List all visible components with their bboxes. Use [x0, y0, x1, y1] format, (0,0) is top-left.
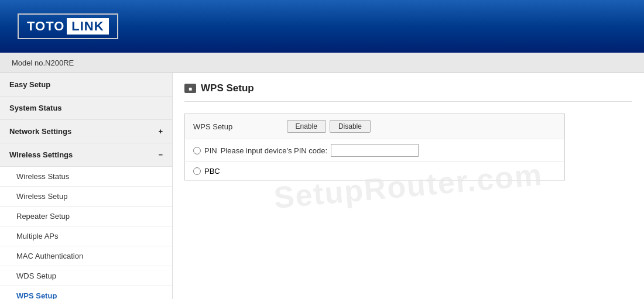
- sidebar-item-label: Network Settings: [9, 127, 71, 136]
- disable-button[interactable]: Disable: [330, 120, 371, 133]
- sidebar-item-mac-authentication[interactable]: MAC Authentication: [0, 246, 172, 266]
- pin-row: PIN Please input device's PIN code:: [185, 139, 565, 162]
- sidebar-item-network-settings[interactable]: Network Settings +: [0, 120, 172, 143]
- main-layout: Easy Setup System Status Network Setting…: [0, 73, 644, 299]
- wps-main-row: WPS Setup Enable Disable: [185, 114, 565, 139]
- model-label: Model no.N200RE: [12, 59, 74, 67]
- sidebar-item-label: WDS Setup: [16, 271, 56, 280]
- sidebar-item-wps-setup[interactable]: WPS Setup: [0, 286, 172, 299]
- sidebar-item-easy-setup[interactable]: Easy Setup: [0, 73, 172, 97]
- sidebar: Easy Setup System Status Network Setting…: [0, 73, 173, 299]
- sidebar-item-wireless-setup[interactable]: Wireless Setup: [0, 187, 172, 207]
- sidebar-item-label: Multiple APs: [16, 232, 59, 240]
- wps-buttons-cell: Enable Disable: [279, 114, 565, 139]
- header: TOTO LINK: [0, 0, 644, 53]
- pin-placeholder-label: Please input device's PIN code:: [221, 146, 327, 155]
- sidebar-item-label: System Status: [9, 104, 62, 112]
- logo-link: LINK: [67, 18, 108, 35]
- pin-radio-row: PIN Please input device's PIN code:: [185, 139, 564, 161]
- sidebar-item-label: WPS Setup: [16, 291, 57, 299]
- sidebar-item-wds-setup[interactable]: WDS Setup: [0, 266, 172, 286]
- pbc-label: PBC: [204, 167, 220, 176]
- pbc-radio-row: PBC: [185, 162, 564, 180]
- sidebar-item-label: Repeater Setup: [16, 212, 70, 221]
- page-title-bar: ■ WPS Setup: [184, 83, 632, 102]
- model-bar: Model no.N200RE: [0, 53, 644, 73]
- wps-icon: ■: [184, 84, 196, 93]
- enable-button[interactable]: Enable: [287, 120, 326, 133]
- toggle-icon: −: [158, 150, 163, 159]
- sidebar-item-repeater-setup[interactable]: Repeater Setup: [0, 207, 172, 226]
- sidebar-item-label: MAC Authentication: [16, 252, 83, 260]
- content-area: SetupRouter.com ■ WPS Setup WPS Setup En…: [173, 73, 644, 299]
- wps-setup-label: WPS Setup: [185, 114, 279, 139]
- sidebar-item-label: Wireless Setup: [16, 192, 67, 201]
- content-inner: ■ WPS Setup WPS Setup Enable Disable: [173, 73, 644, 190]
- wps-table: WPS Setup Enable Disable PIN Please inp: [184, 114, 565, 181]
- logo-toto: TOTO: [27, 19, 64, 34]
- sidebar-item-multiple-aps[interactable]: Multiple APs: [0, 226, 172, 246]
- pin-input[interactable]: [331, 144, 419, 157]
- pin-label: PIN: [204, 146, 217, 155]
- sidebar-item-label: Wireless Status: [16, 172, 69, 181]
- sidebar-item-label: Wireless Settings: [9, 150, 73, 159]
- pbc-row: PBC: [185, 162, 565, 181]
- sidebar-item-system-status[interactable]: System Status: [0, 97, 172, 120]
- sidebar-item-label: Easy Setup: [9, 80, 50, 89]
- toggle-icon: +: [158, 127, 163, 136]
- wps-controls: Enable Disable: [287, 120, 557, 133]
- page-title: WPS Setup: [201, 83, 254, 94]
- pbc-radio[interactable]: [193, 167, 201, 175]
- sidebar-item-wireless-settings[interactable]: Wireless Settings −: [0, 143, 172, 167]
- logo-box: TOTO LINK: [18, 13, 118, 39]
- sidebar-item-wireless-status[interactable]: Wireless Status: [0, 167, 172, 187]
- pin-radio[interactable]: [193, 147, 201, 154]
